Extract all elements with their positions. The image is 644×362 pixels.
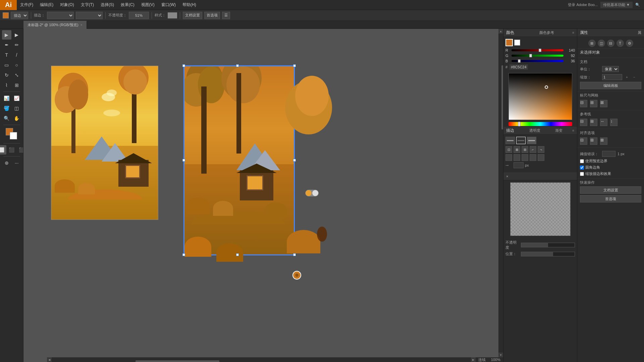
align-join-2[interactable]: ¬ [538,146,544,153]
menu-window[interactable]: 窗口(W) [158,0,179,10]
scale-minus-icon[interactable]: − [632,74,637,80]
color-fg-swatch[interactable] [505,39,513,46]
sel-handle-tl[interactable] [182,64,185,67]
canvas-toggle[interactable] [305,190,319,196]
color-panel-collapse[interactable]: ≡ [572,31,574,35]
artwork-right[interactable] [184,66,294,255]
channel-g-thumb[interactable] [529,54,532,57]
quick-preferences-btn[interactable]: 首选项 [580,195,641,202]
background-color[interactable] [10,132,17,139]
attr-icon-2[interactable]: ◫ [598,40,605,47]
line-tool[interactable]: / [12,50,21,60]
channel-b-slider[interactable] [512,60,564,62]
sel-handle-bm[interactable] [236,253,239,256]
stroke-type-solid[interactable] [505,137,515,144]
scroll-right-btn[interactable]: ▶ [471,357,476,362]
snap-checkbox[interactable] [580,159,584,163]
attr-icon-4[interactable]: T [616,40,624,47]
attr-icon-5[interactable]: ⚙ [626,40,633,47]
menu-effects[interactable]: 效果(C) [117,0,138,10]
cap-butt[interactable] [505,154,512,161]
menu-text[interactable]: 文字(T) [77,0,97,10]
menu-view[interactable]: 视图(V) [138,0,158,10]
edit-artboard-btn[interactable]: 编辑画板 [580,82,641,89]
guide-icon-3[interactable]: ↔ [600,119,607,126]
graph-tool[interactable]: 📊 [2,94,11,103]
align-icon-3[interactable]: ⊠ [600,137,607,145]
threshold-input[interactable] [602,151,615,157]
attr-icon-3[interactable]: ⊟ [607,40,614,47]
opacity-input[interactable] [129,12,149,19]
hex-value-display[interactable]: #8C5C24 [509,64,528,70]
scale-input[interactable] [602,74,622,80]
guide-icon-2[interactable]: ⊞ [590,119,597,126]
guide-icon-1[interactable]: ⊟ [580,119,587,126]
rect-tool[interactable]: ▭ [2,60,11,70]
guide-icon-4[interactable]: ↕ [610,119,618,126]
align-join-1[interactable]: ⌐ [530,146,536,153]
active-tab[interactable]: 未标题-2* @ 100% (RGB/预览) × [23,21,87,29]
cap-round[interactable] [514,154,520,161]
stroke-type-dark[interactable] [516,137,526,144]
column-graph-tool[interactable]: 📈 [12,94,21,103]
menu-select[interactable]: 选择(S) [97,0,117,10]
v-scrollbar-thumb[interactable] [501,65,503,129]
tab-close-btn[interactable]: × [80,23,83,27]
corner-miter[interactable] [530,154,536,161]
cap-square[interactable] [522,154,528,161]
stroke-panel-collapse[interactable]: ≡ [572,129,574,132]
scale-tool[interactable]: ⤡ [12,70,21,80]
more-tools[interactable]: ··· [12,158,21,168]
menu-edit[interactable]: 编辑(E) [37,0,57,10]
channel-b-thumb[interactable] [518,59,521,63]
ellipse-tool[interactable]: ○ [12,60,21,70]
full-mode[interactable]: ⬛ [17,145,24,155]
arrange-btn[interactable]: ☰ [222,12,230,19]
screen-mode[interactable]: ⬛ [7,145,16,155]
sel-handle-bl[interactable] [182,253,185,256]
text-tool[interactable]: T [2,50,11,60]
color-gradient-picker[interactable] [508,73,572,120]
corner-round[interactable] [538,154,544,161]
align-inside[interactable]: ⊠ [514,146,520,153]
shape-selector[interactable] [47,12,74,19]
hand-tool[interactable]: ✋ [12,114,21,123]
selection-tool[interactable]: ▶ [2,30,11,40]
search-icon[interactable]: 🔍 [635,3,640,7]
scroll-left-btn[interactable]: ◀ [47,357,52,362]
workspace-selector[interactable]: 传统基本功能 ▼ [600,2,633,8]
sel-handle-ml[interactable] [182,159,185,162]
symbol-tool[interactable]: ⊛ [2,158,11,168]
menu-object[interactable]: 对象(O) [57,0,77,10]
stroke-style-select[interactable] [76,12,103,19]
stroke-select[interactable]: 描边 [11,12,28,19]
quick-doc-settings-btn[interactable]: 文档设置 [580,186,641,194]
sel-handle-tr[interactable] [293,64,296,67]
style-swatch[interactable] [168,12,177,18]
scale-effects-checkbox[interactable] [580,172,584,176]
align-icon-1[interactable]: ⊟ [580,137,587,145]
h-scrollbar[interactable]: ◀ ▶ 连续 100% [47,357,503,362]
fill-color-swatch[interactable] [3,12,9,18]
canvas-area[interactable]: ▲ ▼ ◀ ▶ 连续 100% [23,29,503,362]
align-outside[interactable]: ⊞ [522,146,528,153]
pencil-tool[interactable]: ✏ [12,40,21,50]
sel-handle-tm[interactable] [236,64,239,67]
menu-help[interactable]: 帮助(H) [179,0,200,10]
scroll-up-btn[interactable]: ▲ [498,29,503,34]
round-checkbox[interactable] [580,166,584,170]
position-bar[interactable] [521,252,575,256]
grid-icon[interactable]: ⊞ [590,100,597,107]
zoom-tool[interactable]: 🔍 [2,114,11,123]
color-bg-swatch[interactable] [514,40,520,46]
paintbucket-tool[interactable]: 🪣 [2,104,11,113]
warp-tool[interactable]: ⌇ [2,80,11,90]
scale-add-icon[interactable]: + [624,74,630,80]
pen-tool[interactable]: ✒ [2,40,11,50]
doc-settings-btn[interactable]: 文档设置 [183,12,202,19]
align-center[interactable]: ⊡ [505,146,512,153]
v-scrollbar[interactable]: ▲ ▼ [498,29,503,357]
sel-handle-br[interactable] [293,253,296,256]
h-scrollbar-thumb[interactable] [136,360,219,362]
hue-thumb[interactable] [518,122,521,126]
